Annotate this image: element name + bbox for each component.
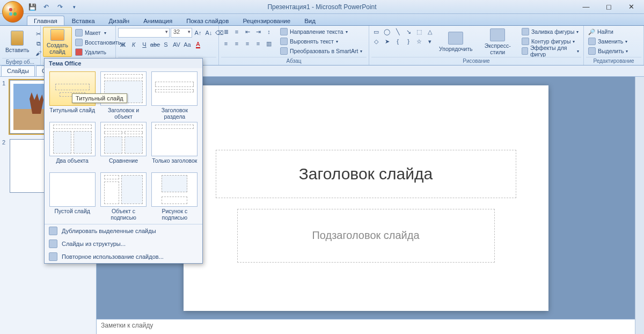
bullets-icon[interactable]: ≣ [221,27,231,37]
shapes-gallery[interactable]: ▭◯╲↘⬚△ ◇➤{}☆▾ [371,27,435,46]
new-slide-icon [50,29,64,41]
reuse-slides-item[interactable]: Повторное использование слайдов... [45,250,202,263]
quick-styles-icon [490,28,505,41]
tab-view[interactable]: Вид [298,16,322,25]
layout-picture-caption[interactable]: Рисунок с подписью [150,172,199,221]
paste-label: Вставить [5,47,30,53]
paste-icon [11,31,24,46]
window-title: Презентация1 - Microsoft PowerPoint [267,3,376,11]
convert-smartart-button[interactable]: Преобразовать в SmartArt▾ [278,46,364,56]
office-button[interactable] [2,1,24,23]
grow-font-icon[interactable]: A↑ [193,28,203,38]
duplicate-icon [49,227,57,235]
reuse-icon [49,252,57,261]
tab-insert[interactable]: Вставка [65,16,101,25]
group-label-drawing: Рисование [371,57,581,65]
quick-styles-button[interactable]: Экспресс-стили [477,27,518,57]
char-spacing-button[interactable]: AV [172,40,181,49]
vertical-scrollbar[interactable] [635,77,644,334]
duplicate-slides-item[interactable]: Дублировать выделенные слайды [45,224,202,237]
line-spacing-icon[interactable]: ↕ [264,27,274,37]
layout-tooltip: Титульный слайд [72,93,127,103]
dropdown-header: Тема Office [45,59,202,68]
group-label-editing: Редактирование [586,57,641,65]
group-editing: 🔎Найти Заменить▾ Выделить▾ Редактировани… [584,26,644,65]
redo-icon[interactable]: ↷ [55,2,65,12]
change-case-button[interactable]: Aa [182,40,192,49]
layout-two-content[interactable]: Два объекта [48,122,97,170]
qat-dropdown-icon[interactable]: ▾ [69,2,79,12]
select-button[interactable]: Выделить▾ [586,46,630,56]
delete-icon [75,48,83,56]
outline-icon [522,38,529,45]
align-right-icon[interactable]: ≡ [243,39,252,48]
layout-comparison[interactable]: Сравнение [99,122,148,170]
align-text-button[interactable]: Выровнять текст▾ [278,37,364,46]
title-bar: 💾 ↶ ↷ ▾ Презентация1 - Microsoft PowerPo… [0,0,644,14]
group-paragraph: ≣ ≡ ⇤ ⇥ ↕ ≡ ≡ ≡ ≡ ▥ Направление текста▾ … [219,26,369,65]
replace-icon [588,38,596,45]
maximize-button[interactable]: ◻ [598,1,619,12]
bold-button[interactable]: Ж [118,40,128,49]
font-family-combo[interactable] [118,28,170,38]
quick-access-toolbar: 💾 ↶ ↷ ▾ [27,2,79,12]
justify-icon[interactable]: ≡ [253,39,263,48]
text-direction-button[interactable]: Направление текста▾ [278,27,364,37]
shape-fill-button[interactable]: Заливка фигуры▾ [519,27,581,37]
fill-icon [522,28,529,35]
title-placeholder[interactable]: Заголовок слайда [216,150,516,198]
new-slide-layout-dropdown: Тема Office Титульный слайд Заголовок и … [44,58,203,264]
undo-icon[interactable]: ↶ [41,2,52,12]
new-slide-button[interactable]: Создать слайд [43,27,72,57]
italic-button[interactable]: К [129,40,138,49]
group-clipboard: Вставить ✂ ⧉ 🖌 Буфер об... [0,26,41,65]
align-text-icon [280,38,288,45]
font-size-combo[interactable]: 32 [171,28,192,38]
tab-home[interactable]: Главная [27,16,64,25]
layout-icon [75,29,83,37]
strikethrough-button[interactable]: abe [150,40,160,49]
layout-section-header[interactable]: Заголовок раздела [150,71,199,120]
underline-button[interactable]: Ч [140,40,149,49]
new-slide-label: Создать слайд [47,42,68,55]
tab-review[interactable]: Рецензирование [236,16,297,25]
align-left-icon[interactable]: ≡ [221,39,231,48]
smartart-icon [280,47,288,55]
slide-canvas[interactable]: Заголовок слайда Подзаголовок слайда [184,85,548,311]
replace-button[interactable]: Заменить▾ [586,37,630,46]
text-direction-icon [280,28,288,35]
notes-pane[interactable]: Заметки к слайду [97,319,635,334]
group-label-clipboard: Буфер об... [2,58,38,66]
close-button[interactable]: ✕ [620,1,642,12]
shrink-font-icon[interactable]: A↓ [204,28,214,38]
arrange-icon [448,32,463,45]
arrange-button[interactable]: Упорядочить [436,27,475,57]
outline-file-icon [49,239,57,248]
numbering-icon[interactable]: ≡ [232,27,241,37]
columns-icon[interactable]: ▥ [264,39,274,48]
layout-content-caption[interactable]: Объект с подписью [99,172,148,221]
layout-title-only[interactable]: Только заголовок [150,122,199,170]
layout-blank[interactable]: Пустой слайд [48,172,97,221]
save-icon[interactable]: 💾 [27,2,38,12]
pane-tab-slides[interactable]: Слайды [1,66,35,76]
select-icon [588,47,596,55]
tab-design[interactable]: Дизайн [103,16,136,25]
subtitle-placeholder[interactable]: Подзаголовок слайда [237,209,495,263]
minimize-button[interactable]: — [575,1,597,12]
group-drawing: ▭◯╲↘⬚△ ◇➤{}☆▾ Упорядочить Экспресс-стили… [369,26,584,65]
find-button[interactable]: 🔎Найти [586,27,616,37]
tab-animation[interactable]: Анимация [137,16,179,25]
align-center-icon[interactable]: ≡ [232,39,241,48]
tab-slideshow[interactable]: Показ слайдов [180,16,235,25]
decrease-indent-icon[interactable]: ⇤ [243,27,252,37]
increase-indent-icon[interactable]: ⇥ [253,27,263,37]
slides-from-outline-item[interactable]: Слайды из структуры... [45,237,202,250]
group-label-paragraph: Абзац [221,57,367,65]
paste-button[interactable]: Вставить [2,27,33,57]
find-icon: 🔎 [588,28,595,35]
shape-effects-button[interactable]: Эффекты для фигур▾ [519,46,581,56]
ribbon-tabs: Главная Вставка Дизайн Анимация Показ сл… [0,14,644,26]
shadow-button[interactable]: S [161,40,171,49]
font-color-button[interactable]: A [193,40,203,49]
